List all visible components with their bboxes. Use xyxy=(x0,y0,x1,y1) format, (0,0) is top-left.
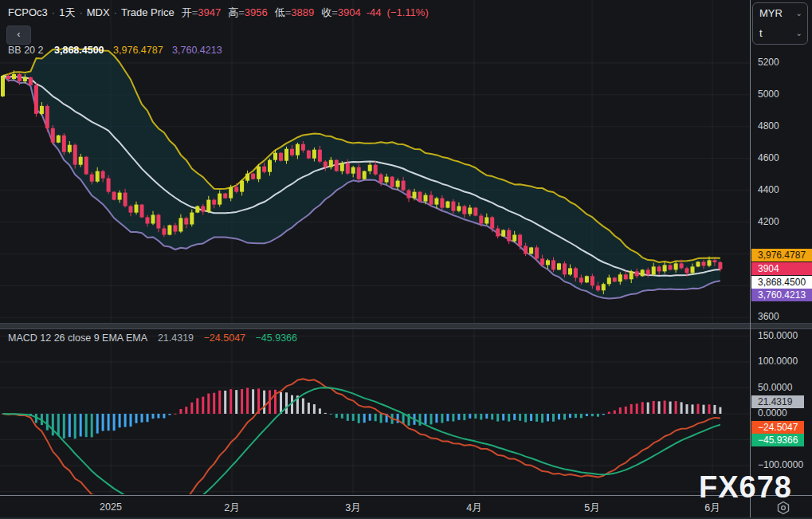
bb-name: BB xyxy=(8,45,22,56)
equals-sign: = xyxy=(331,6,338,18)
macd-axis-tick: 100.0000 xyxy=(758,356,798,367)
macd-histogram xyxy=(2,388,721,439)
separator-dot: · xyxy=(52,6,55,18)
time-axis-label[interactable]: 2025 xyxy=(100,501,122,513)
price-axis-tick: 4600 xyxy=(758,152,779,163)
symbol-name[interactable]: FCPOc3 xyxy=(8,6,48,18)
macd-hist-value: 21.4319 xyxy=(158,332,194,344)
last-price-label: 3904 xyxy=(751,262,812,275)
unit-value: t xyxy=(759,23,763,43)
currency-unit-selector: MYR ⌄ t ⌄ xyxy=(752,2,808,45)
macd-line-axis-label: −24.5047 xyxy=(751,421,804,434)
fx678-watermark: FX678 xyxy=(699,472,792,502)
macd-line-value: −24.5047 xyxy=(204,332,245,344)
price-axis-tick: 3600 xyxy=(758,311,779,322)
bb-params: 20 2 xyxy=(24,45,43,56)
time-axis-label[interactable]: 4月 xyxy=(466,501,481,515)
change-value: -44 xyxy=(367,6,382,18)
back-button[interactable]: ‹ xyxy=(6,26,31,45)
macd-axis-tick: −100.0000 xyxy=(758,459,803,470)
open-label: 开 xyxy=(182,6,192,18)
high-label: 高 xyxy=(228,6,238,18)
low-label: 低 xyxy=(275,6,285,18)
price-scale-axis[interactable]: 3,976.4787 3904 3,868.4500 3,760.4213 21… xyxy=(750,0,812,495)
unit-select[interactable]: t ⌄ xyxy=(753,23,807,43)
change-percent: (−1.11%) xyxy=(387,6,429,18)
open-value: 3947 xyxy=(198,6,221,18)
trading-chart-app: FCPOc3·1天·MDX·Trade Price开=3947高=3956低=3… xyxy=(0,0,812,519)
low-value: 3889 xyxy=(291,6,314,18)
time-axis-label[interactable]: 2月 xyxy=(224,501,239,515)
bb-lower-price-label: 3,760.4213 xyxy=(751,289,812,301)
exchange-label: MDX xyxy=(87,6,110,18)
interval-label[interactable]: 1天 xyxy=(59,6,75,18)
price-pane xyxy=(1,49,722,299)
chevron-down-icon: ⌄ xyxy=(796,3,802,23)
time-axis[interactable]: 20252月3月4月5月6月 xyxy=(0,495,812,519)
bb-basis-value: 3,868.4500 xyxy=(54,45,104,56)
time-axis-label[interactable]: 5月 xyxy=(584,501,599,515)
bb-indicator-legend[interactable]: BB 20 2 3,868.4500 3,976.4787 3,760.4213 xyxy=(8,45,222,56)
macd-axis-tick: 150.0000 xyxy=(758,330,798,341)
chevron-down-icon: ⌄ xyxy=(796,23,802,43)
macd-hist-axis-label: 21.4319 xyxy=(751,395,804,408)
high-value: 3956 xyxy=(245,6,268,18)
macd-signal-axis-label: −45.9366 xyxy=(751,434,804,446)
macd-indicator-legend[interactable]: MACD 12 26 close 9 EMA EMA 21.4319 −24.5… xyxy=(8,332,297,344)
price-axis-tick: 5000 xyxy=(758,88,779,100)
price-axis-tick: 5200 xyxy=(758,57,779,68)
bb-lower-value: 3,760.4213 xyxy=(172,45,222,56)
price-type-label: Trade Price xyxy=(121,6,175,18)
macd-signal-value: −45.9366 xyxy=(256,332,297,344)
macd-title: MACD 12 26 close 9 EMA EMA xyxy=(8,332,147,344)
macd-pane xyxy=(2,379,721,495)
separator-dot: · xyxy=(114,6,117,18)
separator-dot: · xyxy=(79,6,82,18)
time-axis-label[interactable]: 3月 xyxy=(345,501,360,515)
bb-basis-price-label: 3,868.4500 xyxy=(751,276,812,289)
price-axis-tick: 4800 xyxy=(758,120,779,132)
close-label: 收 xyxy=(321,6,331,18)
macd-axis-tick: 0.0000 xyxy=(758,407,787,419)
close-value: 3904 xyxy=(338,6,361,18)
bb-upper-price-label: 3,976.4787 xyxy=(751,249,812,261)
macd-axis-tick: 50.0000 xyxy=(758,382,792,393)
price-and-macd-chart[interactable] xyxy=(0,0,750,495)
bb-upper-value: 3,976.4787 xyxy=(113,45,163,56)
equals-sign: = xyxy=(238,6,245,18)
currency-select[interactable]: MYR ⌄ xyxy=(753,3,807,23)
symbol-header: FCPOc3·1天·MDX·Trade Price开=3947高=3956低=3… xyxy=(8,6,429,20)
pane-divider[interactable] xyxy=(0,323,812,329)
price-axis-tick: 4400 xyxy=(758,184,779,195)
price-axis-tick: 4200 xyxy=(758,216,779,227)
currency-value: MYR xyxy=(759,3,783,23)
